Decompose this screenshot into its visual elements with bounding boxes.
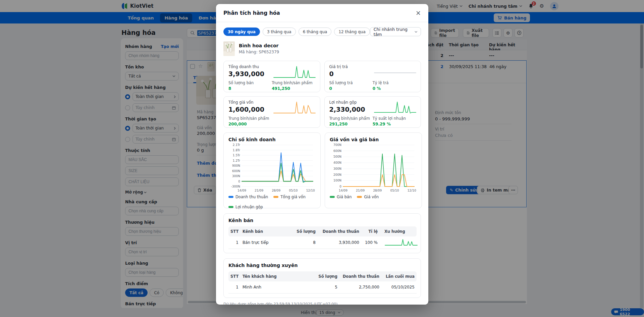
data-footnote: Dữ liệu được tổng hợp đến 23:59:59 13/10… [223, 302, 421, 305]
channel-trend-sparkline [384, 238, 418, 247]
business-metrics-legend: Doanh thu thuầnTổng giá vốnLợi nhuận gộp [228, 195, 316, 209]
stat-card-returns: Giá trị trả 0 Số lượng trả0 Tỷ lệ trả0 % [324, 61, 421, 92]
svg-text:12/10: 12/10 [306, 189, 315, 192]
modal-branch-select[interactable]: Chi nhánh trung tâm [370, 27, 421, 36]
business-metrics-chart-title: Chỉ số kinh doanh [228, 137, 316, 142]
svg-text:2.1Tr: 2.1Tr [233, 143, 240, 147]
sales-channel-title: Kênh bán [228, 218, 416, 223]
svg-text:05/10: 05/10 [289, 189, 298, 192]
legend-item[interactable]: Giá vốn [357, 195, 379, 199]
legend-item[interactable]: Doanh thu thuần [228, 195, 268, 199]
svg-text:28/09: 28/09 [373, 189, 382, 192]
sales-channel-row: 1 Bán trực tiếp 8 3,930,000 100 % [228, 236, 417, 249]
legend-label: Lợi nhuận gộp [235, 205, 263, 209]
svg-text:900N: 900N [232, 164, 240, 167]
stat-card-cost: Tổng giá vốn 1,600,000 Trung bình/sản ph… [223, 96, 320, 128]
product-analysis-modal: Phân tích hàng hóa × 30 ngày qua 3 tháng… [216, 4, 428, 305]
svg-text:600N: 600N [232, 169, 240, 173]
svg-text:21/09: 21/09 [255, 189, 263, 192]
sales-channel-header-row: STT Kênh bán Số lượng Doanh thu thuần Tỉ… [228, 226, 417, 236]
svg-text:28/09: 28/09 [272, 189, 280, 192]
svg-text:400N: 400N [333, 161, 341, 164]
close-icon[interactable]: × [416, 10, 421, 16]
svg-text:-300N: -300N [231, 185, 240, 188]
svg-text:1.8Tr: 1.8Tr [233, 149, 240, 152]
legend-label: Giá bán [337, 195, 352, 199]
revenue-sparkline [273, 65, 316, 79]
legend-label: Tổng giá vốn [280, 195, 306, 199]
svg-text:0: 0 [238, 180, 240, 183]
screen: KiotViet Tiếng Việt Chi nhánh trung tâm … [0, 0, 644, 317]
business-metrics-chart: 2.1Tr1.8Tr1.5Tr1.2Tr900N600N300N0-300N14… [228, 142, 316, 193]
frequent-customers-table: STT Tên khách hàng Số lượng Doanh thu th… [228, 271, 417, 294]
range-30-days[interactable]: 30 ngày qua [223, 28, 260, 36]
profit-sparkline [374, 101, 417, 115]
legend-swatch [357, 196, 362, 198]
legend-label: Giá vốn [364, 195, 379, 199]
svg-text:1.2Tr: 1.2Tr [233, 159, 240, 162]
range-6-months[interactable]: 6 tháng qua [299, 28, 332, 36]
cost-sparkline [273, 101, 316, 115]
svg-text:0: 0 [339, 185, 341, 188]
range-3-months[interactable]: 3 tháng qua [263, 28, 296, 36]
stat-cards: Tổng doanh thu 3,930,000 Số lượng bán8 T… [223, 61, 421, 128]
svg-text:21/09: 21/09 [356, 189, 365, 192]
range-12-months[interactable]: 12 tháng qua [334, 28, 370, 36]
legend-swatch [273, 196, 278, 198]
chevron-down-icon [415, 31, 417, 33]
modal-product-name: Bình hoa decor [239, 43, 279, 48]
modal-product-code: Mã hàng: SP652379 [239, 50, 279, 54]
svg-text:500N: 500N [333, 155, 341, 158]
price-cost-chart-title: Giá vốn và giá bán [330, 137, 417, 142]
svg-text:300N: 300N [333, 167, 341, 170]
modal-product-image [223, 41, 235, 56]
svg-text:200N: 200N [333, 173, 341, 176]
sales-channel-card: Kênh bán STT Kênh bán Số lượng Doanh thu… [223, 213, 421, 253]
svg-text:300N: 300N [232, 174, 240, 178]
svg-text:1.5Tr: 1.5Tr [233, 154, 240, 157]
stat-card-revenue: Tổng doanh thu 3,930,000 Số lượng bán8 T… [223, 61, 320, 92]
charts-row: Chỉ số kinh doanh 2.1Tr1.8Tr1.5Tr1.2Tr90… [223, 133, 421, 208]
svg-text:14/09: 14/09 [237, 189, 246, 192]
modal-title: Phân tích hàng hóa [223, 10, 280, 16]
legend-item[interactable]: Giá bán [330, 195, 352, 199]
legend-swatch [228, 206, 233, 208]
legend-item[interactable]: Tổng giá vốn [273, 195, 306, 199]
price-cost-chart-card: Giá vốn và giá bán 700N600N500N400N300N2… [325, 133, 422, 208]
business-metrics-chart-card: Chỉ số kinh doanh 2.1Tr1.8Tr1.5Tr1.2Tr90… [223, 133, 321, 208]
price-cost-chart: 700N600N500N400N300N200N100N014/0921/092… [330, 142, 417, 193]
price-cost-legend: Giá bánGiá vốn [330, 195, 417, 199]
frequent-customers-title: Khách hàng thường xuyên [228, 263, 416, 268]
svg-text:14/09: 14/09 [339, 189, 347, 192]
svg-text:600N: 600N [333, 149, 341, 153]
frequent-customers-row: 1 Minh Anh 5 2,750,000 05/10/2025 [228, 281, 417, 294]
returns-sparkline [374, 65, 417, 79]
sales-channel-table: STT Kênh bán Số lượng Doanh thu thuần Tỉ… [228, 226, 417, 249]
legend-swatch [228, 196, 233, 198]
svg-text:12/10: 12/10 [408, 189, 416, 192]
frequent-customers-card: Khách hàng thường xuyên STT Tên khách hà… [223, 258, 421, 298]
legend-item[interactable]: Lợi nhuận gộp [228, 205, 263, 209]
svg-text:05/10: 05/10 [390, 189, 399, 192]
svg-text:100N: 100N [333, 179, 341, 182]
frequent-customers-header-row: STT Tên khách hàng Số lượng Doanh thu th… [228, 271, 417, 281]
legend-swatch [330, 196, 335, 198]
stat-card-profit: Lợi nhuận gộp 2,330,000 Trung bình/sản p… [324, 96, 421, 128]
svg-text:700N: 700N [333, 143, 341, 147]
legend-label: Doanh thu thuần [235, 195, 268, 199]
